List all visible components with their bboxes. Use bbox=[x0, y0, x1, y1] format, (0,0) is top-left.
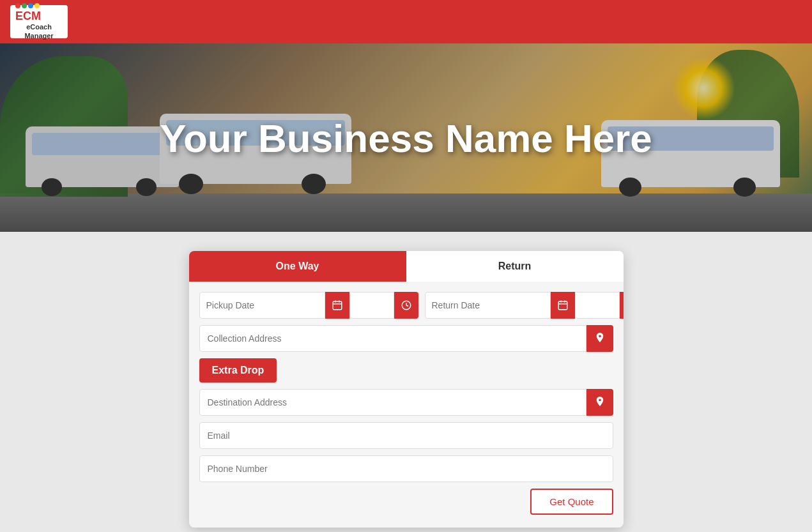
hero-section: Your Business Name Here bbox=[0, 43, 812, 232]
destination-address-row bbox=[199, 389, 613, 416]
return-date-group: 00:00 bbox=[425, 292, 624, 319]
logo-subtext: eCoach Manager bbox=[15, 23, 63, 40]
hero-title: Your Business Name Here bbox=[0, 115, 812, 160]
main-content: One Way Return 0 bbox=[0, 232, 812, 532]
svg-rect-7 bbox=[558, 301, 567, 310]
email-input[interactable] bbox=[199, 422, 613, 449]
logo-color-dots bbox=[15, 3, 63, 8]
button-row: Get Quote bbox=[199, 489, 613, 517]
pickup-clock-button[interactable] bbox=[394, 292, 418, 319]
return-calendar-button[interactable] bbox=[551, 292, 575, 319]
destination-pin-icon bbox=[594, 395, 606, 409]
date-time-row: 00:00 bbox=[199, 292, 613, 319]
svg-rect-0 bbox=[333, 301, 342, 310]
pickup-date-input[interactable] bbox=[199, 292, 325, 319]
extra-drop-row: Extra Drop bbox=[199, 358, 613, 383]
collection-address-row bbox=[199, 325, 613, 352]
clock-icon bbox=[401, 300, 412, 311]
calendar-icon bbox=[332, 300, 343, 311]
tab-one-way[interactable]: One Way bbox=[189, 251, 406, 282]
location-pin-icon bbox=[594, 331, 606, 346]
pickup-date-group: 00:00 bbox=[199, 292, 418, 319]
logo-ecm-text: ECM bbox=[15, 10, 63, 23]
booking-form-card: One Way Return 0 bbox=[189, 251, 624, 528]
tab-return[interactable]: Return bbox=[406, 251, 624, 282]
phone-input[interactable] bbox=[199, 455, 613, 482]
get-quote-button[interactable]: Get Quote bbox=[530, 489, 613, 515]
return-date-input[interactable] bbox=[425, 292, 551, 319]
svg-line-6 bbox=[406, 305, 408, 307]
form-body: 00:00 bbox=[189, 282, 624, 528]
calendar-icon-return bbox=[557, 300, 569, 311]
top-bar: ECM eCoach Manager bbox=[0, 0, 812, 43]
collection-location-button[interactable] bbox=[586, 325, 613, 352]
extra-drop-button[interactable]: Extra Drop bbox=[199, 358, 277, 383]
tab-bar: One Way Return bbox=[189, 251, 624, 282]
destination-location-button[interactable] bbox=[586, 389, 613, 416]
return-clock-button[interactable] bbox=[620, 292, 624, 319]
collection-address-input[interactable] bbox=[199, 325, 586, 352]
pickup-calendar-button[interactable] bbox=[325, 292, 349, 319]
pickup-time-input[interactable]: 00:00 bbox=[349, 292, 394, 319]
logo: ECM eCoach Manager bbox=[10, 5, 68, 38]
destination-address-input[interactable] bbox=[199, 389, 586, 416]
return-time-input[interactable]: 00:00 bbox=[575, 292, 620, 319]
